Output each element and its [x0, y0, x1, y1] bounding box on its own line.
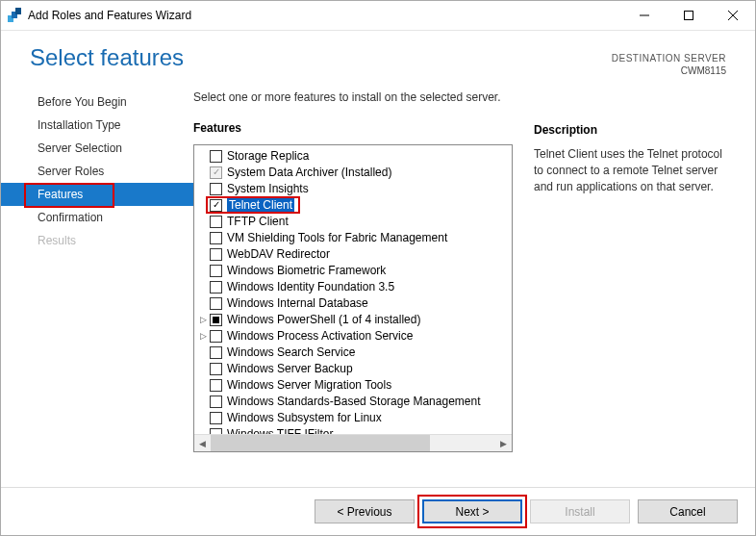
feature-row[interactable]: Windows TIFF IFilter [194, 426, 512, 434]
feature-label: WebDAV Redirector [227, 247, 330, 261]
feature-checkbox[interactable] [210, 314, 222, 326]
feature-row[interactable]: Windows Server Backup [194, 361, 512, 376]
feature-row[interactable]: Windows Search Service [194, 345, 512, 360]
expand-icon[interactable]: ▷ [198, 331, 208, 341]
feature-label: Windows Biometric Framework [227, 264, 386, 277]
destination-value: CWM8115 [612, 64, 726, 77]
description-text: Telnet Client uses the Telnet protocol t… [534, 146, 732, 194]
feature-label: Windows Search Service [227, 345, 355, 359]
feature-checkbox[interactable] [210, 150, 222, 163]
nav-server-selection[interactable]: Server Selection [1, 137, 193, 160]
feature-checkbox[interactable] [210, 363, 222, 375]
nav-confirmation[interactable]: Confirmation [1, 206, 193, 229]
nav-before-you-begin[interactable]: Before You Begin [1, 90, 193, 114]
maximize-button[interactable] [667, 1, 711, 30]
feature-label: Windows Standards-Based Storage Manageme… [227, 395, 480, 408]
destination-label: DESTINATION SERVER [612, 52, 726, 64]
feature-label: Windows Identity Foundation 3.5 [227, 280, 394, 294]
feature-label: Windows Server Migration Tools [227, 378, 391, 392]
description-column: Description Telnet Client uses the Telne… [534, 90, 732, 481]
feature-row[interactable]: Windows Server Migration Tools [194, 377, 512, 393]
scroll-thumb[interactable] [211, 435, 430, 451]
feature-label: Telnet Client [227, 198, 294, 212]
destination-server-block: DESTINATION SERVER CWM8115 [612, 44, 726, 77]
feature-label: Windows Process Activation Service [227, 329, 413, 343]
feature-checkbox[interactable] [210, 346, 222, 359]
previous-button[interactable]: < Previous [315, 499, 415, 523]
feature-checkbox[interactable]: ✓ [210, 166, 222, 179]
feature-checkbox[interactable] [210, 183, 222, 195]
titlebar: Add Roles and Features Wizard [1, 1, 755, 31]
window-controls [622, 1, 755, 30]
features-listbox[interactable]: Storage Replica✓System Data Archiver (In… [193, 144, 513, 452]
feature-row[interactable]: Windows Identity Foundation 3.5 [194, 279, 512, 294]
feature-label: Windows PowerShell (1 of 4 installed) [227, 313, 420, 326]
wizard-nav: Before You Begin Installation Type Serve… [1, 85, 193, 487]
wizard-window: Add Roles and Features Wizard Select fea… [0, 0, 756, 536]
features-column: Select one or more features to install o… [193, 90, 513, 481]
feature-checkbox[interactable] [210, 248, 222, 261]
cancel-button[interactable]: Cancel [638, 499, 738, 523]
feature-checkbox[interactable] [210, 232, 222, 244]
feature-row[interactable]: WebDAV Redirector [194, 246, 512, 262]
feature-label: Windows Internal Database [227, 296, 368, 310]
scroll-left-icon[interactable]: ◀ [194, 435, 211, 451]
feature-label: TFTP Client [227, 215, 289, 228]
features-list-scroll[interactable]: Storage Replica✓System Data Archiver (In… [194, 145, 512, 434]
wizard-footer: < Previous Next > Install Cancel [1, 487, 755, 535]
feature-checkbox[interactable] [210, 379, 222, 392]
nav-server-roles[interactable]: Server Roles [1, 160, 193, 183]
feature-row[interactable]: VM Shielding Tools for Fabric Management [194, 230, 512, 245]
wizard-header: Select features DESTINATION SERVER CWM81… [1, 31, 755, 85]
feature-row[interactable]: Windows Standards-Based Storage Manageme… [194, 394, 512, 409]
feature-label: Windows Server Backup [227, 362, 353, 375]
expand-icon[interactable]: ▷ [198, 315, 208, 324]
next-button-highlight: Next > [419, 497, 525, 526]
scroll-right-icon[interactable]: ▶ [495, 435, 512, 451]
app-icon [7, 8, 22, 23]
feature-checkbox[interactable] [210, 265, 222, 277]
window-title: Add Roles and Features Wizard [28, 9, 622, 22]
scroll-track[interactable] [211, 435, 495, 451]
feature-row[interactable]: Windows Biometric Framework [194, 263, 512, 278]
install-button: Install [530, 499, 630, 523]
feature-label: Windows Subsystem for Linux [227, 411, 382, 424]
feature-label: VM Shielding Tools for Fabric Management [227, 231, 447, 244]
svg-rect-4 [685, 12, 693, 20]
feature-label: System Data Archiver (Installed) [227, 166, 391, 179]
nav-installation-type[interactable]: Installation Type [1, 114, 193, 137]
page-title: Select features [30, 44, 612, 71]
feature-row[interactable]: System Insights [194, 181, 512, 196]
feature-row[interactable]: Storage Replica [194, 148, 512, 164]
next-button[interactable]: Next > [422, 499, 522, 523]
feature-label: System Insights [227, 182, 309, 195]
feature-row[interactable]: ▷Windows Process Activation Service [194, 328, 512, 344]
feature-label: Windows TIFF IFilter [227, 427, 333, 434]
feature-row[interactable]: ✓System Data Archiver (Installed) [194, 165, 512, 180]
feature-row[interactable]: ✓Telnet Client [194, 197, 512, 213]
feature-checkbox[interactable] [210, 412, 222, 424]
feature-checkbox[interactable]: ✓ [210, 199, 222, 212]
minimize-button[interactable] [622, 1, 667, 30]
horizontal-scrollbar[interactable]: ◀ ▶ [194, 434, 512, 451]
feature-row[interactable]: Windows Internal Database [194, 295, 512, 311]
feature-row[interactable]: ▷Windows PowerShell (1 of 4 installed) [194, 312, 512, 327]
feature-checkbox[interactable] [210, 216, 222, 228]
svg-rect-2 [15, 8, 21, 14]
features-heading: Features [193, 121, 513, 135]
wizard-body: Before You Begin Installation Type Serve… [1, 85, 755, 487]
feature-row[interactable]: Windows Subsystem for Linux [194, 410, 512, 425]
feature-checkbox[interactable] [210, 281, 222, 294]
nav-results: Results [1, 229, 193, 252]
close-button[interactable] [711, 1, 755, 30]
instruction-text: Select one or more features to install o… [193, 90, 513, 104]
wizard-main: Select one or more features to install o… [193, 85, 755, 487]
description-heading: Description [534, 123, 732, 137]
feature-checkbox[interactable] [210, 330, 222, 343]
feature-row[interactable]: TFTP Client [194, 214, 512, 229]
feature-label: Storage Replica [227, 149, 309, 163]
feature-checkbox[interactable] [210, 396, 222, 408]
nav-features[interactable]: Features [1, 183, 193, 206]
feature-checkbox[interactable] [210, 297, 222, 310]
